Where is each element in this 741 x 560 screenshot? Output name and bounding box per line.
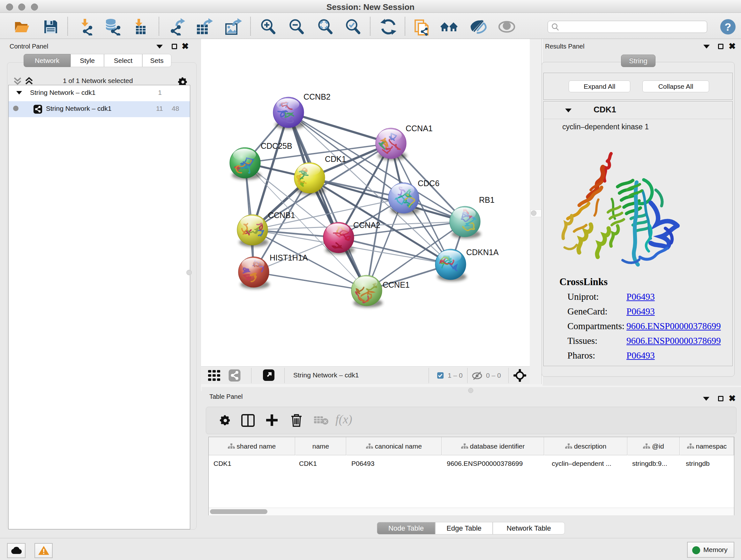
svg-text:CCNE1: CCNE1	[383, 280, 410, 289]
svg-text:CCNA2: CCNA2	[353, 221, 381, 230]
svg-text:RB1: RB1	[479, 195, 495, 204]
svg-text:CDC6: CDC6	[418, 179, 440, 188]
svg-text:CCNB1: CCNB1	[268, 211, 295, 220]
svg-text:CDC25B: CDC25B	[261, 141, 292, 150]
svg-text:CCNB2: CCNB2	[304, 92, 331, 101]
svg-text:HIST1H1A: HIST1H1A	[270, 253, 308, 262]
svg-text:CCNA1: CCNA1	[406, 124, 433, 133]
svg-text:CDK1: CDK1	[325, 154, 346, 164]
svg-text:CDKN1A: CDKN1A	[466, 248, 499, 257]
